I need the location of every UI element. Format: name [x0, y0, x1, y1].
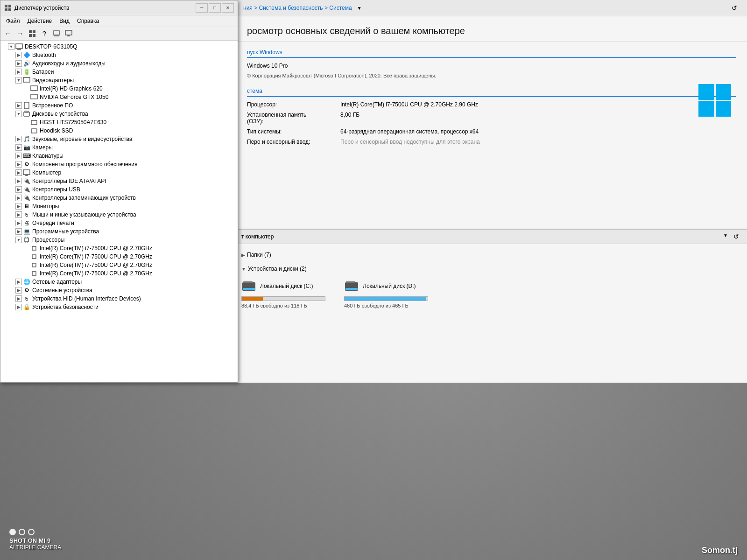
menu-file[interactable]: Файл [2, 16, 24, 26]
tree-audio[interactable]: ▶ 🔊 Аудиовходы и аудиовыходы [0, 59, 238, 68]
expand-security[interactable]: ▶ [15, 304, 22, 310]
expand-cameras[interactable]: ▶ [15, 144, 22, 151]
fe-refresh[interactable]: ↺ [731, 231, 741, 242]
tree-root[interactable]: ▼ DESKTOP-6C3105Q [0, 42, 238, 51]
svg-rect-35 [32, 272, 36, 275]
tree-hid[interactable]: ▶ 🖱 Устройства HID (Human Interface Devi… [0, 294, 238, 303]
tree-bluetooth[interactable]: ▶ 🔷 Bluetooth [0, 51, 238, 59]
drive-d-header: Локальный диск (D:) [344, 279, 416, 294]
expand-storage[interactable]: ▶ [15, 195, 22, 201]
expand-video[interactable]: ▼ [15, 77, 22, 84]
cpu1-label: Intel(R) Core(TM) i7-7500U CPU @ 2.70GHz [40, 245, 152, 252]
menu-action[interactable]: Действие [24, 16, 56, 26]
video-label: Видеоадаптеры [32, 77, 74, 84]
ram-row: Установленная память(ОЗУ): 8,00 ГБ [247, 110, 736, 126]
menu-view[interactable]: Вид [56, 16, 73, 26]
tree-computer[interactable]: ▶ Компьютер [0, 168, 238, 177]
expand-audio[interactable]: ▶ [15, 60, 22, 67]
svg-rect-22 [31, 120, 37, 125]
expand-sound[interactable]: ▶ [15, 136, 22, 142]
ram-value: 8,00 ГБ [340, 112, 736, 125]
pen-label: Перо и сенсорный ввод: [247, 139, 340, 145]
monitor-button[interactable] [63, 28, 74, 39]
tree-network[interactable]: ▶ 🌐 Сетевые адаптеры [0, 278, 238, 286]
drive-c[interactable]: Локальный диск (C:) 88,4 ГБ свободно из … [241, 279, 335, 308]
expand-battery[interactable]: ▶ [15, 69, 22, 75]
minimize-button[interactable]: ─ [196, 3, 208, 13]
tree-video[interactable]: ▼ Видеоадаптеры [0, 76, 238, 84]
fe-expand[interactable]: ▼ [722, 231, 729, 239]
storage-label: Контроллеры запоминающих устройств [32, 195, 136, 201]
expand-firmware[interactable]: ▶ [15, 102, 22, 109]
tree-mice[interactable]: ▶ 🖱 Мыши и иные указывающие устройства [0, 210, 238, 219]
tree-cpu1[interactable]: Intel(R) Core(TM) i7-7500U CPU @ 2.70GHz [0, 244, 238, 252]
breadcrumb-expand[interactable]: ▼ [356, 4, 363, 12]
cpu4-label: Intel(R) Core(TM) i7-7500U CPU @ 2.70GHz [40, 270, 152, 277]
expand-usb[interactable]: ▶ [15, 186, 22, 193]
tree-cpu4[interactable]: Intel(R) Core(TM) i7-7500U CPU @ 2.70GHz [0, 269, 238, 278]
svg-rect-2 [5, 8, 7, 11]
windows-logo [698, 84, 736, 121]
tree-ide[interactable]: ▶ 🔌 Контроллеры IDE ATA/ATAPI [0, 177, 238, 185]
expand-software[interactable]: ▶ [15, 161, 22, 168]
print-label: Очереди печати [32, 220, 74, 226]
tree-cpu2[interactable]: Intel(R) Core(TM) i7-7500U CPU @ 2.70GHz [0, 252, 238, 261]
drive-d-name: Локальный диск (D:) [363, 283, 416, 289]
expand-mice[interactable]: ▶ [15, 211, 22, 218]
tree-software[interactable]: ▶ ⚙ Компоненты программного обеспечения [0, 160, 238, 168]
expand-keyboards[interactable]: ▶ [15, 153, 22, 159]
tree-system-devices[interactable]: ▶ ⚙ Системные устройства [0, 286, 238, 294]
expand-ide[interactable]: ▶ [15, 178, 22, 184]
svg-rect-38 [243, 288, 255, 290]
expand-monitors[interactable]: ▶ [15, 203, 22, 210]
expand-print[interactable]: ▶ [15, 220, 22, 226]
back-button[interactable]: ← [2, 28, 14, 39]
maximize-button[interactable]: □ [209, 3, 221, 13]
expand-network[interactable]: ▶ [15, 279, 22, 285]
tree-disk[interactable]: ▼ Дисковые устройства [0, 110, 238, 118]
tree-cpu3[interactable]: Intel(R) Core(TM) i7-7500U CPU @ 2.70GHz [0, 261, 238, 269]
close-button[interactable]: ✕ [222, 3, 234, 13]
tree-sound[interactable]: ▶ 🎵 Звуковые, игровые и видеоустройства [0, 135, 238, 143]
expand-bluetooth[interactable]: ▶ [15, 52, 22, 58]
folders-section-header[interactable]: ▶ Папки (7) [241, 251, 741, 259]
tree-nvidia[interactable]: NVIDIA GeForce GTX 1050 [0, 93, 238, 101]
drive-c-name: Локальный диск (C:) [260, 283, 313, 289]
tree-hgst[interactable]: HGST HTS725050A7E630 [0, 118, 238, 126]
properties-button[interactable] [51, 28, 62, 39]
tree-firmware[interactable]: ▶ Встроенное ПО [0, 101, 238, 110]
tree-storage[interactable]: ▶ 🔌 Контроллеры запоминающих устройств [0, 194, 238, 202]
forward-button[interactable]: → [14, 28, 26, 39]
tree-battery[interactable]: ▶ 🔋 Батареи [0, 68, 238, 76]
nvidia-icon [30, 93, 38, 101]
tree-sw-devices[interactable]: ▶ 💻 Программные устройства [0, 227, 238, 236]
tree-cameras[interactable]: ▶ 📷 Камеры [0, 143, 238, 152]
tree-processors[interactable]: ▼ Процессоры [0, 236, 238, 244]
device-tree[interactable]: ▼ DESKTOP-6C3105Q ▶ 🔷 Bluetooth ▶ 🔊 Ауди… [0, 41, 238, 382]
svg-rect-18 [31, 94, 37, 99]
sysinfo-content: пуск Windows Windows 10 Pro © Корпорация… [236, 45, 747, 147]
devices-section-header[interactable]: ▼ Устройства и диски (2) [241, 265, 741, 273]
expand-root[interactable]: ▼ [8, 43, 14, 50]
tree-keyboards[interactable]: ▶ ⌨ Клавиатуры [0, 152, 238, 160]
drive-d[interactable]: Локальный диск (D:) 460 ГБ свободно из 4… [344, 279, 437, 308]
grid-button[interactable] [27, 28, 38, 39]
tree-intel-hd[interactable]: Intel(R) HD Graphics 620 [0, 84, 238, 93]
tree-usb[interactable]: ▶ 🔌 Контроллеры USB [0, 185, 238, 194]
help-button[interactable]: ? [39, 28, 50, 39]
menu-help[interactable]: Справка [73, 16, 103, 26]
refresh-button[interactable]: ↺ [729, 3, 740, 13]
svg-rect-6 [29, 34, 32, 37]
expand-system-devices[interactable]: ▶ [15, 287, 22, 294]
drive-c-bar-fill [242, 297, 263, 301]
expand-sw-devices[interactable]: ▶ [15, 228, 22, 235]
expand-disk[interactable]: ▼ [15, 111, 22, 117]
expand-computer[interactable]: ▶ [15, 169, 22, 176]
expand-hid[interactable]: ▶ [15, 295, 22, 302]
tree-security[interactable]: ▶ 🔒 Устройства безопасности [0, 303, 238, 311]
tree-print[interactable]: ▶ 🖨 Очереди печати [0, 219, 238, 227]
mice-label: Мыши и иные указывающие устройства [32, 211, 136, 218]
tree-monitors[interactable]: ▶ 🖥 Мониторы [0, 202, 238, 210]
tree-hoodisk[interactable]: Hoodisk SSD [0, 126, 238, 135]
expand-processors[interactable]: ▼ [15, 237, 22, 243]
